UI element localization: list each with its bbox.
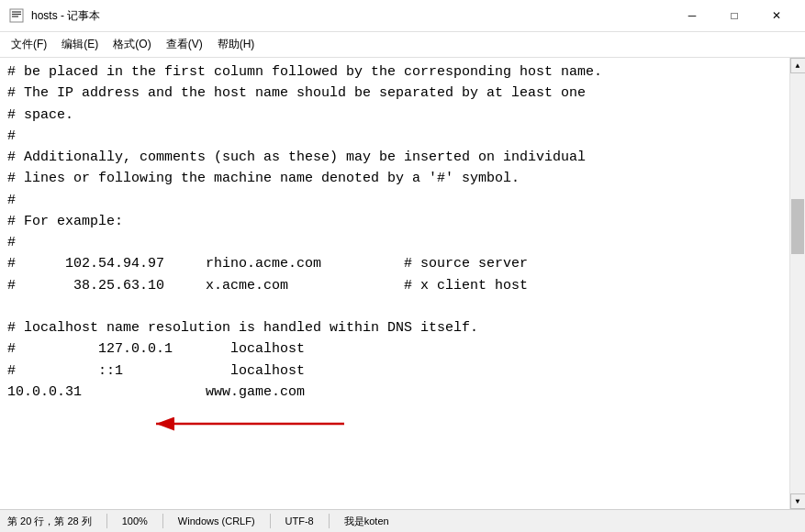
- menu-file[interactable]: 文件(F): [4, 33, 54, 56]
- status-zoom: 100%: [122, 515, 148, 526]
- svg-rect-0: [10, 9, 23, 22]
- status-sep-4: [329, 514, 330, 528]
- statusbar: 第 20 行，第 28 列 100% Windows (CRLF) UTF-8 …: [0, 509, 805, 532]
- menu-view[interactable]: 查看(V): [159, 33, 210, 56]
- scrollbar-track[interactable]: [790, 73, 805, 493]
- window-title: hosts - 记事本: [31, 8, 671, 24]
- close-button[interactable]: ✕: [755, 0, 798, 32]
- scrollbar[interactable]: ▲ ▼: [789, 58, 805, 509]
- menu-format[interactable]: 格式(O): [106, 33, 158, 56]
- arrow-annotation: [147, 405, 349, 447]
- menu-edit[interactable]: 编辑(E): [54, 33, 106, 56]
- status-extra: 我是koten: [344, 515, 389, 528]
- status-sep-1: [106, 514, 107, 528]
- scrollbar-down-button[interactable]: ▼: [790, 493, 806, 509]
- menubar: 文件(F) 编辑(E) 格式(O) 查看(V) 帮助(H): [0, 32, 805, 58]
- scrollbar-up-button[interactable]: ▲: [790, 58, 806, 73]
- maximize-button[interactable]: □: [713, 0, 755, 32]
- status-sep-3: [270, 514, 271, 528]
- editor-container: # be placed in the first column followed…: [0, 58, 805, 509]
- status-line-ending: Windows (CRLF): [178, 515, 255, 526]
- status-sep-2: [162, 514, 163, 528]
- titlebar: hosts - 记事本 ─ □ ✕: [0, 0, 805, 32]
- window-controls: ─ □ ✕: [671, 0, 798, 32]
- editor-content[interactable]: # be placed in the first column followed…: [0, 58, 789, 509]
- editor-text: # be placed in the first column followed…: [7, 61, 782, 403]
- status-encoding: UTF-8: [285, 515, 314, 526]
- menu-help[interactable]: 帮助(H): [210, 33, 263, 56]
- app-icon: [7, 6, 26, 25]
- status-position: 第 20 行，第 28 列: [7, 515, 92, 528]
- minimize-button[interactable]: ─: [671, 0, 713, 32]
- scrollbar-thumb[interactable]: [791, 199, 804, 254]
